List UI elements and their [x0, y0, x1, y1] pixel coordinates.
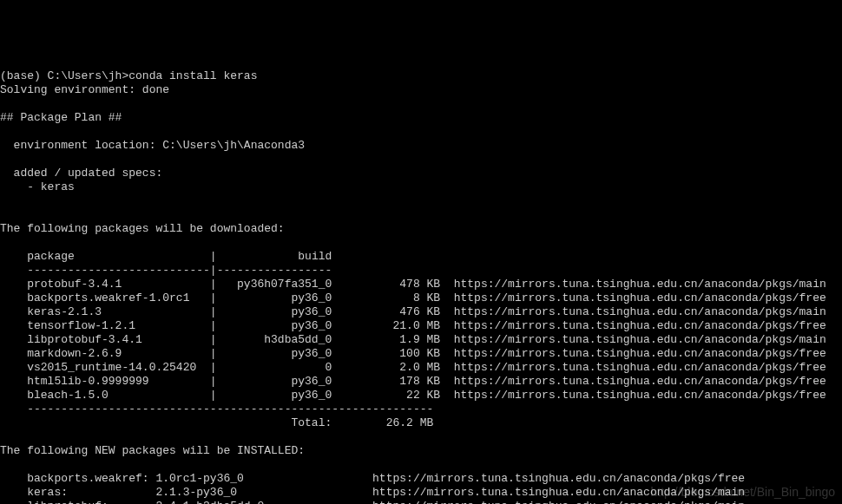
table-bottom-divider: ----------------------------------------… — [0, 403, 433, 416]
prompt-line: (base) C:\Users\jh>conda install keras — [0, 69, 257, 82]
download-row: backports.weakref-1.0rc1 | py36_0 8 KB h… — [0, 291, 826, 304]
solving-line: Solving environment: done — [0, 83, 169, 96]
plan-header: ## Package Plan ## — [0, 111, 122, 124]
blank — [0, 458, 7, 471]
shell-prompt: (base) C:\Users\jh> — [0, 69, 128, 82]
download-row: tensorflow-1.2.1 | py36_0 21.0 MB https:… — [0, 319, 826, 332]
blank — [0, 236, 7, 249]
install-header: The following NEW packages will be INSTA… — [0, 444, 305, 457]
install-row: libprotobuf: 3.4.1-h3dba5dd_0 https://mi… — [0, 500, 745, 504]
install-row: keras: 2.1.3-py36_0 https://mirrors.tuna… — [0, 486, 745, 499]
download-row: libprotobuf-3.4.1 | h3dba5dd_0 1.9 MB ht… — [0, 333, 826, 346]
blank — [0, 153, 7, 166]
download-row: html5lib-0.9999999 | py36_0 178 KB https… — [0, 375, 826, 388]
terminal-output[interactable]: (base) C:\Users\jh>conda install keras S… — [0, 69, 842, 504]
install-rows: backports.weakref: 1.0rc1-py36_0 https:/… — [0, 472, 842, 504]
download-rows: protobuf-3.4.1 | py36h07fa351_0 478 KB h… — [0, 278, 842, 403]
install-row: backports.weakref: 1.0rc1-py36_0 https:/… — [0, 472, 745, 485]
specs-header: added / updated specs: — [0, 167, 162, 180]
blank — [0, 97, 7, 110]
download-row: vs2015_runtime-14.0.25420 | 0 2.0 MB htt… — [0, 361, 826, 374]
download-row: keras-2.1.3 | py36_0 476 KB https://mirr… — [0, 305, 826, 318]
download-row: markdown-2.6.9 | py36_0 100 KB https://m… — [0, 347, 826, 360]
command-text: conda install keras — [128, 69, 257, 82]
table-divider: ---------------------------|------------… — [0, 264, 332, 277]
blank — [0, 430, 7, 443]
table-header: package | build — [0, 250, 332, 263]
download-row: bleach-1.5.0 | py36_0 22 KB https://mirr… — [0, 389, 826, 402]
download-header: The following packages will be downloade… — [0, 222, 285, 235]
blank — [0, 194, 7, 207]
env-location: environment location: C:\Users\jh\Anacon… — [0, 139, 305, 152]
blank — [0, 208, 7, 221]
download-row: protobuf-3.4.1 | py36h07fa351_0 478 KB h… — [0, 278, 826, 291]
total-line: Total: 26.2 MB — [0, 416, 433, 429]
specs-item: - keras — [0, 180, 75, 193]
blank — [0, 125, 7, 138]
